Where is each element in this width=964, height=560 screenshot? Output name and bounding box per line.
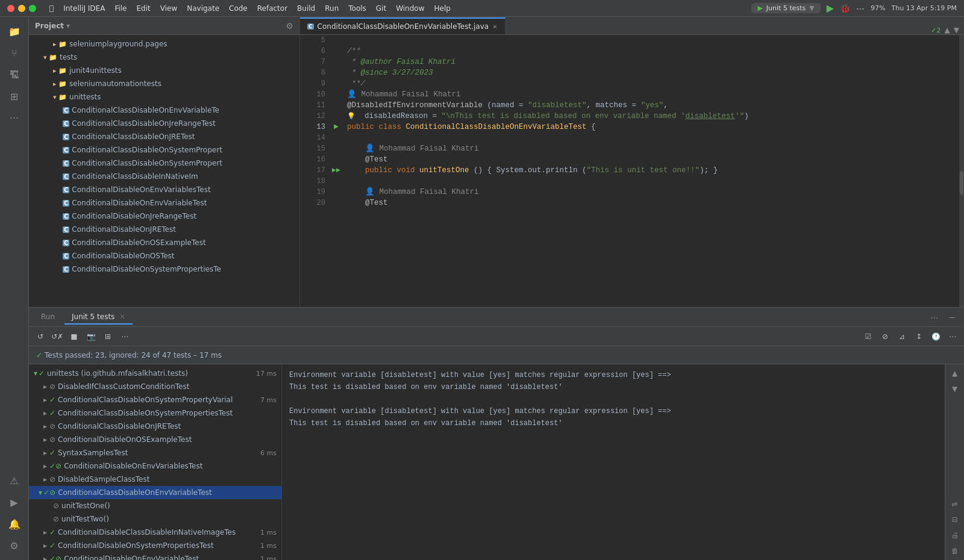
test-item-6[interactable]: ▸ ✓⊘ ConditionalDisableOnEnvVariablesTes… <box>29 459 281 473</box>
tree-item-java-11[interactable]: C ConditionalDisableOnOSTest <box>29 249 299 263</box>
test-item-3[interactable]: ▸ ⊘ ConditionalClassDisableOnJRETest <box>29 420 281 433</box>
activity-project[interactable]: 📁 <box>5 22 24 41</box>
tree-item-java-1[interactable]: C ConditionalClassDisableOnJreRangeTest <box>29 117 299 130</box>
tab-close-icon[interactable]: ✕ <box>492 23 497 30</box>
activity-plugins[interactable]: ⊞ <box>5 87 24 106</box>
wrap-icon[interactable]: ⇌ <box>948 497 962 511</box>
code-content[interactable]: /** * @author Faisal Khatri * @since 3/2… <box>342 35 959 307</box>
pause-button[interactable]: 📷 <box>84 330 98 343</box>
project-settings-icon[interactable]: ⚙ <box>286 21 293 31</box>
tree-item-unittests[interactable]: ▾ 📁 unittests <box>29 90 299 104</box>
test-item-7[interactable]: ▸ ⊘ DisabledSampleClassTest <box>29 473 281 486</box>
menu-item-run[interactable]: Run <box>321 3 342 14</box>
menu-item-navigate[interactable]: Navigate <box>183 3 223 14</box>
test-item-sub-0[interactable]: ⊘ unitTestOne() <box>29 499 281 512</box>
activity-more[interactable]: ··· <box>5 108 24 128</box>
run-config-selector[interactable]: ▶ Junit 5 tests ▼ <box>751 3 820 13</box>
test-item-2[interactable]: ▸ ✓ ConditionalClassDisableOnSystemPrope… <box>29 406 281 420</box>
activity-vcs[interactable]: ⑂ <box>5 43 24 63</box>
more-button[interactable]: ⋯ <box>856 4 865 13</box>
tree-item-java-5[interactable]: C ConditionalClassDisableInNativeIm <box>29 170 299 183</box>
bottom-panel-close-icon[interactable]: − <box>945 313 959 322</box>
filter-button[interactable]: ☑ <box>862 330 875 343</box>
test-item-5[interactable]: ▸ ✓ SyntaxSamplesTest 6 ms <box>29 446 281 459</box>
menu-item-apple[interactable]:  <box>46 3 57 14</box>
scroll-down-icon[interactable]: ▼ <box>948 382 962 396</box>
test-item-root[interactable]: ▾ ✓ unittests (io.github.mfaisalkhatri.t… <box>29 367 281 380</box>
menu-item-code[interactable]: Code <box>225 3 251 14</box>
menu-item-git[interactable]: Git <box>372 3 390 14</box>
test-item-4[interactable]: ▸ ⊘ ConditionalDisableOnOSExampleTest <box>29 433 281 446</box>
test-item-0[interactable]: ▸ ⊘ DisabledIfClassCustomConditionTest <box>29 380 281 393</box>
test-tree-panel: ▾ ✓ unittests (io.github.mfaisalkhatri.t… <box>29 364 282 560</box>
traffic-lights[interactable] <box>7 5 36 12</box>
test-item-9[interactable]: ▸ ✓ ConditionalDisableOnSystemProperties… <box>29 539 281 552</box>
menu-item-view[interactable]: View <box>157 3 181 14</box>
project-chevron-icon[interactable]: ▾ <box>66 22 70 30</box>
tree-item-java-7[interactable]: C ConditionalDisableOnEnvVariableTest <box>29 196 299 210</box>
tree-item-java-0[interactable]: C ConditionalClassDisableOnEnvVariableTe <box>29 104 299 117</box>
test-item-10[interactable]: ▸ ✓⊘ ConditionalDisableOnEnvVariableTest… <box>29 552 281 560</box>
close-button[interactable] <box>7 5 14 12</box>
bottom-tab-junit[interactable]: Junit 5 tests ✕ <box>64 310 133 325</box>
menu-item-edit[interactable]: Edit <box>133 3 154 14</box>
export-button[interactable]: ↕ <box>912 330 925 343</box>
tree-item-java-8[interactable]: C ConditionalDisableOnJreRangeTest <box>29 210 299 223</box>
menu-item-tools[interactable]: Tools <box>345 3 370 14</box>
activity-notifications[interactable]: 🔔 <box>5 514 24 534</box>
tree-item-java-10[interactable]: C ConditionalDisableOnOSExampleTest <box>29 236 299 249</box>
more-test-tools-icon[interactable]: ⋯ <box>118 330 131 343</box>
tree-item-selenium[interactable]: ▸ 📁 seleniumautomationtests <box>29 77 299 90</box>
rerun-failed-button[interactable]: ↺✗ <box>51 330 64 343</box>
tree-item-junit4[interactable]: ▸ 📁 junit4unittests <box>29 64 299 77</box>
clear-icon[interactable]: 🗑 <box>948 544 962 558</box>
activity-settings[interactable]: ⚙ <box>5 536 24 555</box>
run-button[interactable]: ▶ <box>827 2 834 14</box>
tree-item-java-9[interactable]: C ConditionalDisableOnJRETest <box>29 223 299 236</box>
tree-item-java-2[interactable]: C ConditionalClassDisableOnJRETest <box>29 130 299 143</box>
collapse-icon[interactable]: ▲ <box>945 26 950 34</box>
test-item-8[interactable]: ▸ ✓ ConditionalDisableClassDisableInNati… <box>29 526 281 539</box>
scrollbar-thumb[interactable] <box>960 171 963 195</box>
stop-button[interactable]: ■ <box>67 330 81 343</box>
tree-item-pages[interactable]: ▸ 📁 seleniumplayground.pages <box>29 37 299 51</box>
activity-structure[interactable]: 🏗 <box>5 65 24 84</box>
run-method-button[interactable]: ▶▶ <box>330 165 342 176</box>
test-item-sub-1[interactable]: ⊘ unitTestTwo() <box>29 512 281 526</box>
expand-icon[interactable]: ▼ <box>954 26 959 34</box>
editor-tab-active[interactable]: C ConditionalClassDisableOnEnvVariableTe… <box>300 17 505 34</box>
bottom-panel-more-icon[interactable]: ⋯ <box>927 313 942 322</box>
tree-item-tests[interactable]: ▾ 📁 tests <box>29 51 299 64</box>
filter-skipped-button[interactable]: ⊘ <box>878 330 892 343</box>
scroll-up-icon[interactable]: ▲ <box>948 367 962 380</box>
menu-item-app[interactable]: IntelliJ IDEA <box>60 3 108 14</box>
tree-item-java-12[interactable]: C ConditionalDisableOnSystemPropertiesTe <box>29 263 299 276</box>
clock-icon[interactable]: 🕐 <box>929 330 942 343</box>
debug-button[interactable]: 🐞 <box>840 4 850 13</box>
junit-tab-close-icon[interactable]: ✕ <box>119 313 125 321</box>
sort-button[interactable]: ⊿ <box>895 330 909 343</box>
filter-output-icon[interactable]: ⊟ <box>948 513 962 526</box>
more-filter-icon[interactable]: ⋯ <box>946 330 959 343</box>
menu-item-build[interactable]: Build <box>293 3 319 14</box>
editor-scrollbar[interactable] <box>959 35 964 307</box>
test-item-1[interactable]: ▸ ✓ ConditionalClassDisableOnSystemPrope… <box>29 393 281 406</box>
tree-item-java-3[interactable]: C ConditionalClassDisableOnSystemPropert <box>29 143 299 157</box>
tree-item-java-6[interactable]: C ConditionalDisableOnEnvVariablesTest <box>29 183 299 196</box>
activity-terminal[interactable]: ▶ <box>5 493 24 512</box>
menu-item-file[interactable]: File <box>111 3 130 14</box>
bottom-tab-run[interactable]: Run <box>34 310 62 325</box>
menu-item-help[interactable]: Help <box>430 3 454 14</box>
test-item-selected[interactable]: ▾ ✓⊘ ConditionalClassDisableOnEnvVariabl… <box>29 486 281 499</box>
rerun-button[interactable]: ↺ <box>34 330 47 343</box>
restore-button[interactable]: ⊞ <box>101 330 114 343</box>
print-icon[interactable]: 🖨 <box>948 529 962 542</box>
activity-problems[interactable]: ⚠ <box>5 471 24 490</box>
menu-item-refactor[interactable]: Refactor <box>254 3 291 14</box>
menu-item-window[interactable]: Window <box>392 3 428 14</box>
minimize-button[interactable] <box>18 5 25 12</box>
tree-item-java-4[interactable]: C ConditionalClassDisableOnSystemPropert <box>29 157 299 170</box>
test-output-panel[interactable]: Environment variable [disabletest] with … <box>282 364 945 560</box>
maximize-button[interactable] <box>29 5 36 12</box>
run-class-button[interactable]: ▶ <box>330 122 342 132</box>
